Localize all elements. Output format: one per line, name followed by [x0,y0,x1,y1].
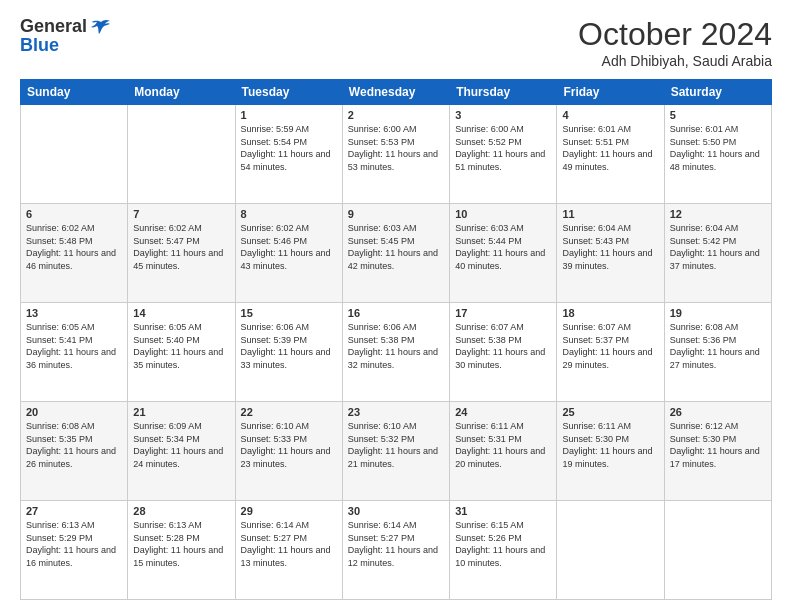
day-info: Sunrise: 6:07 AMSunset: 5:37 PMDaylight:… [562,321,658,371]
day-info: Sunrise: 5:59 AMSunset: 5:54 PMDaylight:… [241,123,337,173]
day-number: 13 [26,307,122,319]
day-info: Sunrise: 6:05 AMSunset: 5:40 PMDaylight:… [133,321,229,371]
day-number: 27 [26,505,122,517]
day-number: 19 [670,307,766,319]
calendar-week-row: 1Sunrise: 5:59 AMSunset: 5:54 PMDaylight… [21,105,772,204]
logo-bird-icon [91,19,111,35]
table-row: 16Sunrise: 6:06 AMSunset: 5:38 PMDayligh… [342,303,449,402]
table-row [21,105,128,204]
table-row [664,501,771,600]
day-info: Sunrise: 6:02 AMSunset: 5:47 PMDaylight:… [133,222,229,272]
table-row: 21Sunrise: 6:09 AMSunset: 5:34 PMDayligh… [128,402,235,501]
logo: General Blue [20,16,111,56]
day-info: Sunrise: 6:14 AMSunset: 5:27 PMDaylight:… [241,519,337,569]
table-row: 27Sunrise: 6:13 AMSunset: 5:29 PMDayligh… [21,501,128,600]
day-info: Sunrise: 6:11 AMSunset: 5:31 PMDaylight:… [455,420,551,470]
day-number: 31 [455,505,551,517]
col-monday: Monday [128,80,235,105]
day-number: 20 [26,406,122,418]
table-row: 26Sunrise: 6:12 AMSunset: 5:30 PMDayligh… [664,402,771,501]
day-number: 21 [133,406,229,418]
day-info: Sunrise: 6:15 AMSunset: 5:26 PMDaylight:… [455,519,551,569]
table-row: 11Sunrise: 6:04 AMSunset: 5:43 PMDayligh… [557,204,664,303]
day-number: 15 [241,307,337,319]
day-info: Sunrise: 6:04 AMSunset: 5:42 PMDaylight:… [670,222,766,272]
day-info: Sunrise: 6:10 AMSunset: 5:33 PMDaylight:… [241,420,337,470]
table-row: 18Sunrise: 6:07 AMSunset: 5:37 PMDayligh… [557,303,664,402]
table-row: 14Sunrise: 6:05 AMSunset: 5:40 PMDayligh… [128,303,235,402]
day-number: 7 [133,208,229,220]
table-row: 8Sunrise: 6:02 AMSunset: 5:46 PMDaylight… [235,204,342,303]
day-info: Sunrise: 6:06 AMSunset: 5:39 PMDaylight:… [241,321,337,371]
calendar-page: General Blue October 2024 Adh Dhibiyah, … [0,0,792,612]
location: Adh Dhibiyah, Saudi Arabia [578,53,772,69]
day-info: Sunrise: 6:06 AMSunset: 5:38 PMDaylight:… [348,321,444,371]
day-info: Sunrise: 6:14 AMSunset: 5:27 PMDaylight:… [348,519,444,569]
day-number: 16 [348,307,444,319]
table-row [557,501,664,600]
day-number: 8 [241,208,337,220]
table-row: 4Sunrise: 6:01 AMSunset: 5:51 PMDaylight… [557,105,664,204]
calendar-week-row: 13Sunrise: 6:05 AMSunset: 5:41 PMDayligh… [21,303,772,402]
table-row: 10Sunrise: 6:03 AMSunset: 5:44 PMDayligh… [450,204,557,303]
day-number: 17 [455,307,551,319]
day-number: 28 [133,505,229,517]
day-number: 10 [455,208,551,220]
day-info: Sunrise: 6:10 AMSunset: 5:32 PMDaylight:… [348,420,444,470]
day-number: 9 [348,208,444,220]
title-block: October 2024 Adh Dhibiyah, Saudi Arabia [578,16,772,69]
table-row: 30Sunrise: 6:14 AMSunset: 5:27 PMDayligh… [342,501,449,600]
table-row: 19Sunrise: 6:08 AMSunset: 5:36 PMDayligh… [664,303,771,402]
calendar-week-row: 27Sunrise: 6:13 AMSunset: 5:29 PMDayligh… [21,501,772,600]
day-info: Sunrise: 6:12 AMSunset: 5:30 PMDaylight:… [670,420,766,470]
col-thursday: Thursday [450,80,557,105]
day-info: Sunrise: 6:00 AMSunset: 5:52 PMDaylight:… [455,123,551,173]
day-info: Sunrise: 6:03 AMSunset: 5:45 PMDaylight:… [348,222,444,272]
table-row [128,105,235,204]
table-row: 7Sunrise: 6:02 AMSunset: 5:47 PMDaylight… [128,204,235,303]
day-info: Sunrise: 6:00 AMSunset: 5:53 PMDaylight:… [348,123,444,173]
day-info: Sunrise: 6:13 AMSunset: 5:28 PMDaylight:… [133,519,229,569]
day-number: 25 [562,406,658,418]
day-info: Sunrise: 6:01 AMSunset: 5:51 PMDaylight:… [562,123,658,173]
day-number: 1 [241,109,337,121]
table-row: 28Sunrise: 6:13 AMSunset: 5:28 PMDayligh… [128,501,235,600]
day-info: Sunrise: 6:04 AMSunset: 5:43 PMDaylight:… [562,222,658,272]
day-number: 18 [562,307,658,319]
table-row: 25Sunrise: 6:11 AMSunset: 5:30 PMDayligh… [557,402,664,501]
day-info: Sunrise: 6:05 AMSunset: 5:41 PMDaylight:… [26,321,122,371]
day-number: 11 [562,208,658,220]
day-info: Sunrise: 6:09 AMSunset: 5:34 PMDaylight:… [133,420,229,470]
day-number: 24 [455,406,551,418]
col-wednesday: Wednesday [342,80,449,105]
day-info: Sunrise: 6:03 AMSunset: 5:44 PMDaylight:… [455,222,551,272]
day-info: Sunrise: 6:01 AMSunset: 5:50 PMDaylight:… [670,123,766,173]
table-row: 22Sunrise: 6:10 AMSunset: 5:33 PMDayligh… [235,402,342,501]
table-row: 24Sunrise: 6:11 AMSunset: 5:31 PMDayligh… [450,402,557,501]
col-sunday: Sunday [21,80,128,105]
table-row: 9Sunrise: 6:03 AMSunset: 5:45 PMDaylight… [342,204,449,303]
day-number: 12 [670,208,766,220]
table-row: 3Sunrise: 6:00 AMSunset: 5:52 PMDaylight… [450,105,557,204]
day-number: 30 [348,505,444,517]
day-info: Sunrise: 6:13 AMSunset: 5:29 PMDaylight:… [26,519,122,569]
table-row: 5Sunrise: 6:01 AMSunset: 5:50 PMDaylight… [664,105,771,204]
day-number: 3 [455,109,551,121]
header-row: Sunday Monday Tuesday Wednesday Thursday… [21,80,772,105]
day-number: 22 [241,406,337,418]
day-info: Sunrise: 6:08 AMSunset: 5:36 PMDaylight:… [670,321,766,371]
logo-blue: Blue [20,35,59,56]
month-title: October 2024 [578,16,772,53]
day-number: 2 [348,109,444,121]
calendar-table: Sunday Monday Tuesday Wednesday Thursday… [20,79,772,600]
logo-general: General [20,16,87,37]
day-number: 4 [562,109,658,121]
table-row: 20Sunrise: 6:08 AMSunset: 5:35 PMDayligh… [21,402,128,501]
day-number: 14 [133,307,229,319]
col-tuesday: Tuesday [235,80,342,105]
day-info: Sunrise: 6:11 AMSunset: 5:30 PMDaylight:… [562,420,658,470]
calendar-week-row: 6Sunrise: 6:02 AMSunset: 5:48 PMDaylight… [21,204,772,303]
day-number: 23 [348,406,444,418]
day-number: 5 [670,109,766,121]
table-row: 13Sunrise: 6:05 AMSunset: 5:41 PMDayligh… [21,303,128,402]
